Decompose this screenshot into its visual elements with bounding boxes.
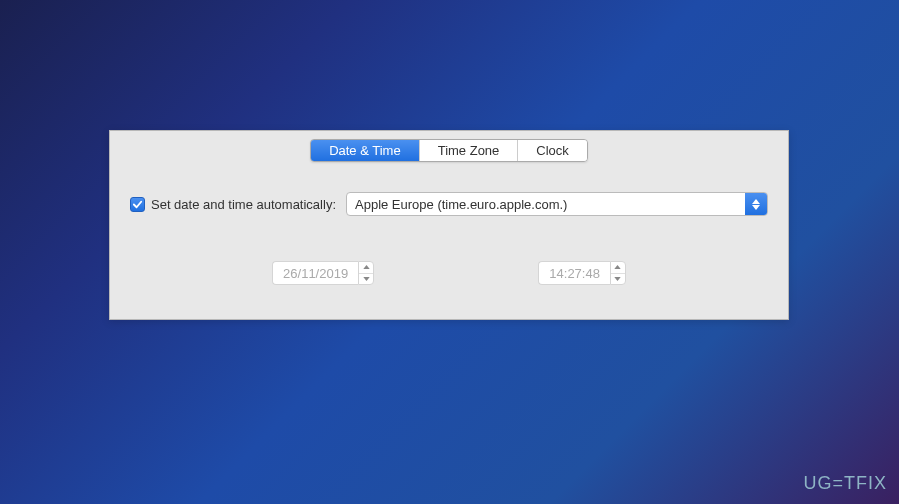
tab-time-zone[interactable]: Time Zone bbox=[420, 140, 519, 161]
time-input[interactable]: 14:27:48 bbox=[538, 261, 610, 285]
tab-bar: Date & Time Time Zone Clock bbox=[110, 139, 788, 162]
date-input[interactable]: 26/11/2019 bbox=[272, 261, 358, 285]
time-server-dropdown[interactable]: Apple Europe (time.euro.apple.com.) bbox=[346, 192, 768, 216]
tab-date-time[interactable]: Date & Time bbox=[311, 140, 420, 161]
time-server-value: Apple Europe (time.euro.apple.com.) bbox=[347, 197, 745, 212]
auto-set-checkbox[interactable] bbox=[130, 197, 145, 212]
time-stepper-buttons bbox=[610, 261, 626, 285]
date-step-down[interactable] bbox=[359, 274, 373, 285]
content-area: Set date and time automatically: Apple E… bbox=[110, 162, 788, 285]
auto-set-label: Set date and time automatically: bbox=[151, 197, 336, 212]
time-stepper: 14:27:48 bbox=[538, 261, 626, 285]
date-time-preferences-panel: Date & Time Time Zone Clock Set date and… bbox=[109, 130, 789, 320]
chevron-up-icon bbox=[363, 265, 370, 269]
dropdown-arrow-icon bbox=[745, 193, 767, 215]
checkmark-icon bbox=[132, 199, 143, 210]
tab-clock[interactable]: Clock bbox=[518, 140, 587, 161]
chevron-up-icon bbox=[614, 265, 621, 269]
date-step-up[interactable] bbox=[359, 262, 373, 274]
date-stepper-buttons bbox=[358, 261, 374, 285]
auto-set-row: Set date and time automatically: Apple E… bbox=[130, 192, 768, 216]
date-time-inputs-row: 26/11/2019 14:27:48 bbox=[130, 261, 768, 285]
time-step-down[interactable] bbox=[611, 274, 625, 285]
date-stepper: 26/11/2019 bbox=[272, 261, 374, 285]
chevron-down-icon bbox=[614, 277, 621, 281]
time-step-up[interactable] bbox=[611, 262, 625, 274]
tab-group: Date & Time Time Zone Clock bbox=[310, 139, 588, 162]
watermark-logo: UG=TFIX bbox=[803, 473, 887, 494]
chevron-down-icon bbox=[363, 277, 370, 281]
